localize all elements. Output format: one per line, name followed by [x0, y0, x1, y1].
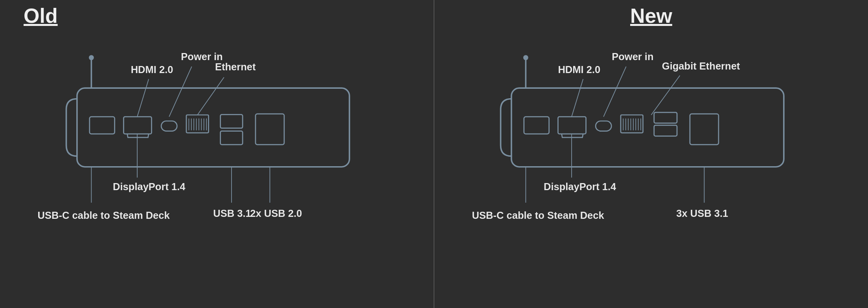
svg-rect-6 [186, 115, 209, 133]
svg-rect-40 [654, 112, 677, 123]
label-usb31-new: 3x USB 3.1 [676, 208, 728, 219]
svg-line-46 [603, 66, 626, 117]
svg-rect-15 [221, 115, 243, 128]
svg-rect-28 [524, 117, 549, 134]
label-power-new: Power in [612, 51, 653, 62]
label-power-old: Power in [181, 51, 223, 62]
label-dp-new: DisplayPort 1.4 [544, 181, 616, 192]
label-usb20-old: 2x USB 2.0 [250, 208, 302, 219]
label-usb-cable-new: USB-C cable to Steam Deck [472, 210, 605, 221]
label-eth-old: Ethernet [215, 61, 256, 72]
svg-rect-30 [596, 121, 611, 131]
svg-line-20 [137, 79, 149, 117]
svg-line-22 [197, 77, 224, 115]
svg-rect-5 [161, 121, 177, 131]
label-usb-cable-old: USB-C cable to Steam Deck [38, 210, 170, 221]
svg-rect-31 [621, 115, 643, 133]
svg-point-2 [89, 55, 94, 60]
left-panel: Old [0, 0, 434, 308]
svg-rect-3 [90, 117, 115, 134]
svg-rect-17 [256, 114, 284, 145]
svg-rect-0 [77, 88, 349, 167]
svg-rect-29 [558, 117, 586, 134]
svg-rect-42 [690, 114, 719, 145]
new-diagram: USB-C cable to Steam Deck DisplayPort 1.… [434, 24, 868, 267]
label-hdmi-old: HDMI 2.0 [131, 64, 173, 75]
label-eth-new: Gigabit Ethernet [662, 60, 740, 72]
right-panel: New USB-C cab [434, 0, 868, 308]
svg-rect-4 [123, 117, 151, 134]
svg-line-45 [572, 79, 583, 117]
label-usb31-old: USB 3.1 [213, 208, 251, 219]
svg-rect-16 [221, 131, 243, 145]
svg-rect-41 [654, 125, 677, 136]
old-diagram: USB-C cable to Steam Deck DisplayPort 1.… [0, 24, 434, 267]
svg-point-27 [523, 55, 528, 60]
svg-line-47 [651, 75, 680, 115]
svg-rect-25 [511, 88, 784, 167]
label-dp-old: DisplayPort 1.4 [113, 181, 186, 192]
label-hdmi-new: HDMI 2.0 [558, 64, 600, 75]
